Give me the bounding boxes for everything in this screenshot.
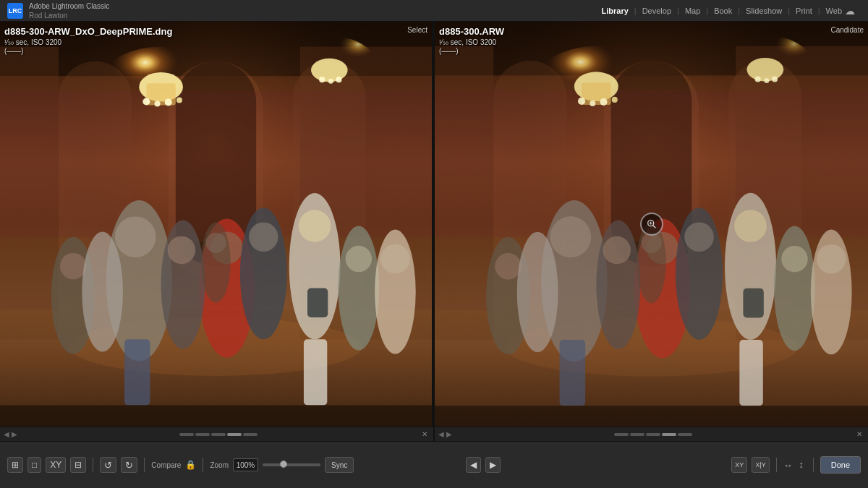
select-badge: Select (407, 26, 427, 34)
lock-icon[interactable]: 🔒 (185, 460, 196, 470)
zoom-slider[interactable] (263, 463, 320, 466)
view-survey-btn[interactable]: ⊟ (70, 457, 86, 473)
hall-svg-left (0, 22, 432, 427)
rotate-left-btn[interactable]: ↺ (100, 457, 116, 473)
svg-point-20 (328, 79, 333, 84)
svg-point-41 (380, 244, 409, 273)
app-name-block: Adobe Lightroom Classic Rod Lawton (29, 1, 109, 20)
compare-label: Compare (151, 461, 181, 469)
left-scroll-indicator (179, 433, 258, 436)
image-panels-row: d885-300-ARW_DxO_DeepPRIME.dng ¹⁄₅₀ sec,… (0, 22, 868, 441)
svg-rect-45 (304, 339, 327, 405)
toolbar-right: XY X|Y ↔ ↔ Done (613, 456, 861, 474)
user-name: Rod Lawton (29, 11, 109, 20)
nav-item-library[interactable]: Library (596, 0, 634, 22)
svg-point-15 (155, 101, 161, 107)
svg-point-33 (338, 226, 379, 351)
svg-rect-47 (0, 405, 432, 427)
left-nav-prev[interactable]: ◀ (4, 430, 9, 438)
nav-item-print[interactable]: Print (790, 0, 818, 22)
right-meta2: (——) (439, 47, 504, 55)
app-info: LRC Adobe Lightroom Classic Rod Lawton (7, 1, 109, 20)
left-filename: d885-300-ARW_DxO_DeepPRIME.dng (4, 26, 172, 37)
toolbar-center: ◀ ▶ (359, 457, 607, 473)
main-content: d885-300-ARW_DxO_DeepPRIME.dng ¹⁄₅₀ sec,… (0, 22, 868, 441)
sync-btn[interactable]: Sync (325, 457, 354, 473)
left-meta2: (——) (4, 47, 172, 55)
done-button[interactable]: Done (820, 456, 861, 474)
left-panel-labels: d885-300-ARW_DxO_DeepPRIME.dng ¹⁄₅₀ sec,… (4, 26, 172, 56)
zoom-input[interactable] (233, 458, 258, 471)
svg-point-34 (346, 246, 372, 272)
panels-area: d885-300-ARW_DxO_DeepPRIME.dng ¹⁄₅₀ sec,… (0, 22, 868, 441)
svg-point-36 (249, 222, 278, 251)
app-title: Adobe Lightroom Classic (29, 1, 109, 11)
toolbar-separator-2 (144, 458, 145, 472)
svg-rect-46 (124, 339, 150, 405)
svg-point-39 (82, 232, 123, 352)
select-image-view[interactable]: d885-300-ARW_DxO_DeepPRIME.dng ¹⁄₅₀ sec,… (0, 22, 433, 427)
center-prev-btn[interactable]: ◀ (466, 457, 481, 473)
nav-item-map[interactable]: Map (679, 0, 706, 22)
zoom-label: Zoom (210, 461, 229, 469)
view-loupe-btn[interactable]: □ (27, 457, 41, 473)
right-panel-bottom-bar: ◀ ▶ ✕ (435, 427, 868, 441)
toolbar-separator-4 (776, 458, 777, 472)
app-logo: LRC (7, 3, 23, 19)
svg-point-43 (205, 233, 226, 253)
right-image-panel: Candidate d885-300.ARW ¹⁄₅₀ sec, ISO 320… (435, 22, 868, 441)
view-grid-btn[interactable]: ⊞ (7, 457, 23, 473)
toolbar-separator-1 (93, 458, 93, 472)
cloud-icon: ☁ (845, 5, 855, 17)
center-next-btn[interactable]: ▶ (485, 457, 501, 473)
left-panel-close[interactable]: ✕ (420, 429, 430, 440)
toolbar-separator-3 (203, 458, 203, 472)
nav-menu: Library | Develop | Map | Book | Slidesh… (596, 0, 861, 22)
svg-point-16 (165, 98, 172, 106)
left-shutter-iso: ¹⁄₅₀ sec, ISO 3200 (4, 38, 172, 46)
right-nav-next[interactable]: ▶ (446, 430, 452, 438)
rotate-right-btn[interactable]: ↻ (121, 457, 137, 473)
right-scroll-indicator (614, 433, 692, 436)
toolbar-separator-5 (813, 458, 814, 472)
nav-item-slideshow[interactable]: Slideshow (740, 0, 788, 22)
arrows-icon-2[interactable]: ↔ (796, 461, 807, 470)
hall-image-left (0, 22, 432, 427)
left-panel-bottom-bar: ◀ ▶ ✕ (0, 427, 433, 441)
right-shutter-iso: ¹⁄₅₀ sec, ISO 3200 (439, 38, 504, 46)
compare-xy-btn[interactable]: XY (731, 457, 747, 473)
right-panel-labels: d885-300.ARW ¹⁄₅₀ sec, ISO 3200 (——) (439, 26, 504, 56)
magnifier-icon (640, 213, 663, 236)
right-nav-prev[interactable]: ◀ (438, 430, 444, 438)
svg-line-98 (652, 226, 655, 228)
compare-xbar-btn[interactable]: X|Y (752, 457, 769, 473)
svg-point-14 (142, 98, 150, 105)
svg-point-17 (176, 97, 182, 103)
svg-point-19 (319, 77, 325, 82)
candidate-image-view[interactable]: Candidate d885-300.ARW ¹⁄₅₀ sec, ISO 320… (435, 22, 868, 427)
nav-item-develop[interactable]: Develop (637, 0, 677, 22)
view-compare-btn[interactable]: XY (46, 457, 66, 473)
right-panel-close[interactable]: ✕ (854, 429, 864, 440)
right-filename: d885-300.ARW (439, 26, 504, 37)
nav-item-web[interactable]: Web ☁ (820, 0, 861, 22)
toolbar-left: ⊞ □ XY ⊟ ↺ ↻ Compare 🔒 Zoom Sync (7, 457, 354, 473)
left-image-panel: d885-300-ARW_DxO_DeepPRIME.dng ¹⁄₅₀ sec,… (0, 22, 435, 441)
svg-rect-44 (307, 288, 328, 317)
top-menu-bar: LRC Adobe Lightroom Classic Rod Lawton L… (0, 0, 868, 22)
arrows-icon[interactable]: ↔ (783, 460, 793, 471)
svg-point-21 (336, 77, 341, 82)
svg-point-28 (115, 216, 156, 257)
nav-item-book[interactable]: Book (708, 0, 738, 22)
svg-point-18 (311, 59, 348, 82)
svg-point-26 (299, 210, 331, 242)
zoom-slider-thumb (280, 461, 287, 468)
svg-point-32 (60, 253, 86, 279)
left-nav-next[interactable]: ▶ (12, 430, 17, 438)
candidate-badge: Candidate (830, 26, 864, 34)
bottom-toolbar: ⊞ □ XY ⊟ ↺ ↻ Compare 🔒 Zoom Sync ◀ ▶ XY … (0, 441, 868, 488)
svg-point-38 (168, 236, 195, 264)
